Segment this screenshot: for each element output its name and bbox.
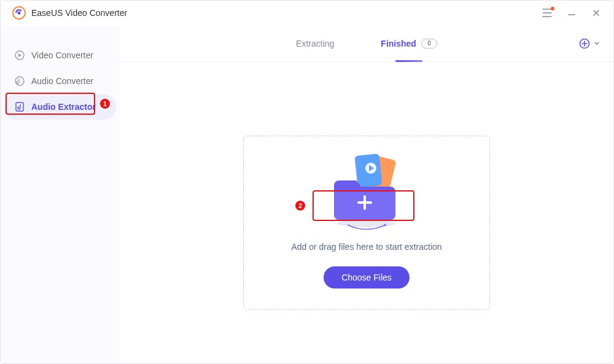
sidebar-item-label: Audio Converter — [31, 76, 93, 86]
audio-extractor-icon — [14, 101, 25, 112]
dropzone-container: Add or drag files here to start extracti… — [120, 62, 613, 363]
folder-illustration-icon — [321, 144, 413, 236]
svg-point-3 — [15, 77, 24, 85]
app-window: EaseUS Video Converter Video Converter — [0, 0, 614, 364]
titlebar: EaseUS Video Converter — [1, 1, 613, 25]
sidebar-item-label: Video Converter — [31, 50, 93, 60]
app-logo-icon — [12, 6, 26, 20]
sidebar-item-label: Audio Extractor — [31, 102, 96, 112]
callout-badge-1: 1 — [100, 99, 110, 109]
notification-dot-icon — [551, 7, 554, 10]
tab-extracting[interactable]: Extracting — [296, 25, 334, 62]
tabs: Extracting Finished 0 — [120, 25, 613, 62]
chevron-down-icon — [594, 41, 600, 47]
add-button[interactable] — [579, 38, 600, 49]
svg-rect-4 — [16, 103, 23, 111]
svg-point-1 — [18, 12, 21, 15]
sidebar: Video Converter Audio Converter Audio Ex… — [1, 25, 120, 363]
tab-label: Extracting — [296, 39, 334, 48]
plus-circle-icon — [579, 38, 590, 49]
tab-finished[interactable]: Finished 0 — [381, 25, 437, 62]
choose-files-button[interactable]: Choose Files — [324, 266, 410, 288]
sidebar-item-audio-extractor[interactable]: Audio Extractor — [4, 94, 116, 120]
content-area: Extracting Finished 0 — [120, 25, 613, 363]
tab-label: Finished — [381, 39, 416, 48]
close-icon[interactable] — [584, 1, 608, 25]
dropzone[interactable]: Add or drag files here to start extracti… — [243, 136, 490, 310]
callout-badge-2: 2 — [295, 201, 305, 211]
audio-converter-icon — [14, 76, 25, 87]
sidebar-item-audio-converter[interactable]: Audio Converter — [4, 68, 116, 94]
dropzone-hint: Add or drag files here to start extracti… — [291, 242, 441, 252]
video-converter-icon — [14, 50, 25, 61]
app-title: EaseUS Video Converter — [31, 8, 127, 18]
hamburger-menu-icon[interactable] — [535, 1, 559, 25]
tab-badge: 0 — [421, 39, 437, 48]
sidebar-item-video-converter[interactable]: Video Converter — [4, 42, 116, 68]
svg-point-6 — [337, 220, 396, 227]
minimize-icon[interactable] — [559, 1, 584, 25]
